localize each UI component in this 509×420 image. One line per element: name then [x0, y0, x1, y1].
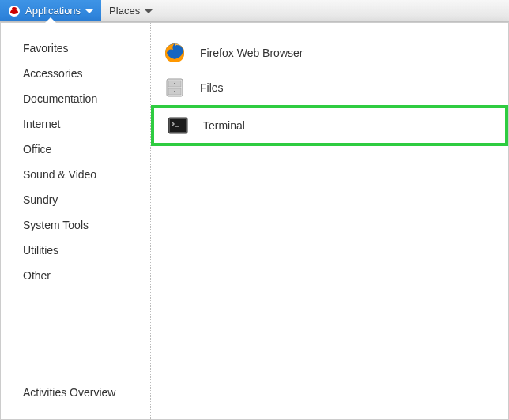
terminal-icon — [167, 114, 189, 137]
app-label: Terminal — [203, 119, 245, 132]
top-panel: Applications Places — [0, 0, 509, 22]
app-files[interactable]: Files — [151, 70, 508, 105]
categories-panel: Favorites Accessories Documentation Inte… — [1, 23, 151, 419]
chevron-down-icon — [85, 5, 93, 17]
category-accessories[interactable]: Accessories — [1, 61, 150, 86]
category-favorites[interactable]: Favorites — [1, 36, 150, 61]
chevron-down-icon — [145, 5, 153, 17]
applications-menu-popover: Favorites Accessories Documentation Inte… — [0, 22, 509, 420]
category-documentation[interactable]: Documentation — [1, 86, 150, 111]
app-label: Files — [200, 81, 224, 94]
svg-point-1 — [12, 7, 17, 10]
places-label: Places — [109, 5, 140, 17]
firefox-icon — [164, 42, 186, 64]
svg-point-6 — [174, 83, 175, 84]
category-sound-video[interactable]: Sound & Video — [1, 162, 150, 187]
app-terminal[interactable]: Terminal — [151, 105, 508, 146]
applications-label: Applications — [25, 5, 81, 17]
svg-point-7 — [174, 91, 175, 92]
places-menu-button[interactable]: Places — [101, 0, 160, 21]
category-system-tools[interactable]: System Tools — [1, 212, 150, 238]
app-firefox[interactable]: Firefox Web Browser — [151, 36, 508, 70]
categories-list: Favorites Accessories Documentation Inte… — [1, 36, 150, 378]
category-other[interactable]: Other — [1, 263, 150, 288]
activities-overview-button[interactable]: Activities Overview — [1, 378, 150, 407]
apps-panel: Firefox Web Browser Files Terminal — [151, 23, 508, 419]
category-sundry[interactable]: Sundry — [1, 187, 150, 212]
category-internet[interactable]: Internet — [1, 111, 150, 137]
files-icon — [164, 77, 186, 99]
category-utilities[interactable]: Utilities — [1, 238, 150, 263]
category-office[interactable]: Office — [1, 137, 150, 162]
redhat-icon — [8, 5, 21, 17]
app-label: Firefox Web Browser — [200, 47, 303, 59]
